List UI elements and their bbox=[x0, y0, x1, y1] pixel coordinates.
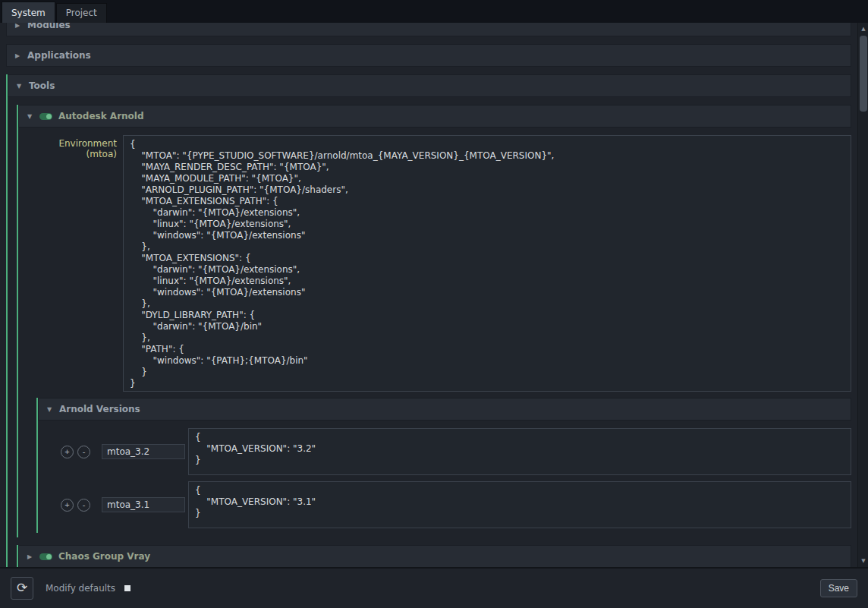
section-vray: ▶ Chaos Group Vray bbox=[17, 545, 851, 567]
add-version-button[interactable]: + bbox=[61, 499, 74, 512]
section-header-vray[interactable]: ▶ Chaos Group Vray bbox=[18, 545, 851, 567]
vray-enabled-toggle[interactable] bbox=[39, 553, 52, 560]
modify-defaults-checkbox[interactable] bbox=[124, 585, 131, 591]
scroll-up-button[interactable]: ▲ bbox=[858, 24, 868, 34]
tab-system[interactable]: System bbox=[2, 2, 55, 23]
refresh-button[interactable]: ⟳ bbox=[11, 577, 33, 600]
section-arnold: ▼ Autodesk Arnold Environment (mtoa) { "… bbox=[17, 105, 851, 537]
settings-scroll-area: ▶ Modules ▶ Applications ▼ Tools bbox=[0, 23, 857, 567]
section-title-arnold: Autodesk Arnold bbox=[58, 111, 144, 121]
version-key-input[interactable] bbox=[102, 497, 185, 512]
chevron-down-icon: ▼ bbox=[26, 113, 33, 120]
arnold-versions-body: + - { "MTOA_VERSION": "3.2" } + - bbox=[38, 428, 851, 533]
chevron-right-icon: ▶ bbox=[26, 553, 33, 560]
chevron-right-icon: ▶ bbox=[14, 23, 21, 29]
version-value-editor[interactable]: { "MTOA_VERSION": "3.2" } bbox=[188, 428, 851, 475]
add-version-button[interactable]: + bbox=[61, 446, 74, 458]
version-row: + - { "MTOA_VERSION": "3.2" } bbox=[47, 428, 851, 475]
chevron-right-icon: ▶ bbox=[14, 52, 21, 59]
environment-label: Environment (mtoa) bbox=[27, 135, 123, 392]
remove-version-button[interactable]: - bbox=[77, 499, 90, 512]
section-title-vray: Chaos Group Vray bbox=[58, 551, 150, 562]
section-title-modules: Modules bbox=[27, 23, 71, 30]
scrollbar-thumb[interactable] bbox=[860, 36, 867, 112]
vertical-scrollbar[interactable]: ▲ ▼ bbox=[857, 23, 868, 567]
footer-bar: ⟳ Modify defaults Save bbox=[0, 567, 868, 608]
environment-row: Environment (mtoa) { "MTOA": "{PYPE_STUD… bbox=[27, 135, 851, 392]
arnold-enabled-toggle[interactable] bbox=[39, 113, 52, 120]
tab-bar: System Project bbox=[0, 0, 868, 23]
section-header-applications[interactable]: ▶ Applications bbox=[6, 44, 851, 67]
arnold-body: Environment (mtoa) { "MTOA": "{PYPE_STUD… bbox=[18, 135, 851, 537]
chevron-down-icon: ▼ bbox=[15, 83, 23, 90]
version-key-input[interactable] bbox=[102, 444, 185, 459]
remove-version-button[interactable]: - bbox=[77, 446, 90, 458]
tab-project[interactable]: Project bbox=[56, 3, 107, 23]
tools-body: ▼ Autodesk Arnold Environment (mtoa) { "… bbox=[8, 105, 851, 567]
section-header-arnold[interactable]: ▼ Autodesk Arnold bbox=[18, 105, 851, 128]
save-button[interactable]: Save bbox=[820, 579, 857, 597]
main-area: ▶ Modules ▶ Applications ▼ Tools bbox=[0, 23, 868, 567]
version-row: + - { "MTOA_VERSION": "3.1" } bbox=[47, 481, 851, 528]
chevron-down-icon: ▼ bbox=[46, 406, 53, 413]
modify-defaults-label: Modify defaults bbox=[46, 583, 115, 594]
version-value-editor[interactable]: { "MTOA_VERSION": "3.1" } bbox=[188, 481, 851, 528]
section-arnold-versions: ▼ Arnold Versions + - { "MTOA_VERSION": … bbox=[36, 398, 851, 533]
section-tools: ▼ Tools ▼ Autodesk Arnold bbox=[6, 74, 851, 567]
environment-editor[interactable]: { "MTOA": "{PYPE_STUDIO_SOFTWARE}/arnold… bbox=[123, 135, 851, 392]
section-header-arnold-versions[interactable]: ▼ Arnold Versions bbox=[38, 398, 851, 421]
section-title-applications: Applications bbox=[27, 50, 91, 61]
section-applications: ▶ Applications bbox=[6, 44, 851, 67]
section-header-modules[interactable]: ▶ Modules bbox=[6, 23, 851, 36]
section-title-arnold-versions: Arnold Versions bbox=[59, 404, 140, 414]
section-title-tools: Tools bbox=[29, 80, 55, 91]
section-header-tools[interactable]: ▼ Tools bbox=[8, 74, 851, 97]
settings-window: System Project ▶ Modules ▶ Applications bbox=[0, 0, 868, 608]
section-modules: ▶ Modules bbox=[6, 23, 851, 36]
scroll-down-button[interactable]: ▼ bbox=[858, 556, 868, 566]
